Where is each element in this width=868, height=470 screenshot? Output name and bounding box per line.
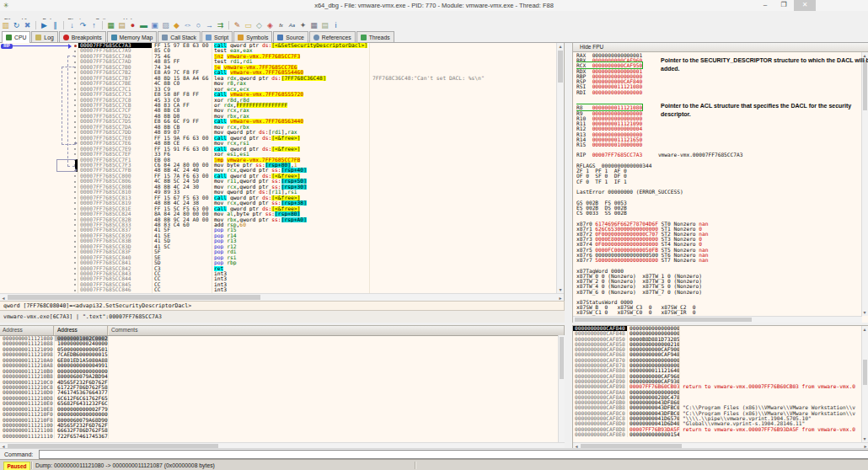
breakpoints-tab-icon (63, 35, 69, 40)
instruction-bullet-icon (74, 268, 76, 270)
execute-till-return-icon[interactable]: ↑ (88, 19, 99, 31)
bookmark-icon[interactable]: ◈ (265, 19, 276, 31)
toolbar-separator (228, 21, 229, 29)
threads-tab-icon (361, 35, 367, 40)
tab-log[interactable]: Log (31, 31, 57, 42)
dump-col-comments: Comments (108, 326, 565, 335)
tab-memory-map[interactable]: Memory Map (107, 31, 158, 42)
disasm-row[interactable]: 00007FF7685CC846CCint3 (0, 287, 556, 292)
instruction-bullet-icon (74, 230, 76, 232)
settings-icon[interactable]: ✦ (297, 19, 308, 31)
step-into-icon[interactable]: ↓ (67, 19, 78, 31)
instruction-bullet-icon (74, 246, 76, 248)
instruction-bullet-icon (74, 262, 76, 264)
register-line[interactable]: x87SW_C1 0 x87SW_C0 0 x87SW_IR 0 (576, 310, 860, 315)
tab-source[interactable]: Source (273, 31, 308, 42)
minimize-button[interactable]: – (757, 0, 774, 11)
function-icon[interactable]: fx (276, 19, 287, 31)
notes-icon[interactable]: ▤ (319, 19, 330, 31)
tab-breakpoints[interactable]: Breakpoints (59, 31, 106, 42)
about-icon[interactable]: i (330, 19, 341, 31)
dump-address: 0000000011121110 (0, 434, 54, 439)
references-icon[interactable]: → (204, 19, 215, 31)
log-window-icon[interactable]: ▤ (116, 19, 127, 31)
rip-arrowhead-icon (68, 44, 72, 49)
memory-map-window-icon[interactable]: ▬ (138, 19, 149, 31)
log-tab-icon (35, 35, 41, 40)
status-badge-paused: Paused (3, 462, 30, 470)
tab-label: CPU (14, 35, 26, 40)
cpu-window-icon[interactable]: ▦ (105, 19, 116, 31)
toolbar-separator (35, 21, 36, 29)
threads-icon[interactable]: ⇉ (215, 19, 226, 31)
stack-pane: 0000000000CAF840000000000000000000000000… (572, 325, 868, 448)
rip-marker: RIP (1, 44, 13, 49)
instruction-bullet-icon (74, 208, 76, 210)
source-tab-icon (277, 35, 283, 40)
step-over-icon[interactable]: ↷ (78, 19, 88, 31)
tab-cpu[interactable]: CPU (2, 31, 30, 43)
run-icon[interactable]: ▶ (39, 19, 50, 31)
tab-call-stack[interactable]: Call Stack (158, 31, 201, 42)
annotation-note-2: Pointer to the ACL structure that specif… (661, 102, 868, 118)
maximize-button[interactable]: ❐ (775, 0, 792, 11)
tab-label: Memory Map (120, 35, 153, 40)
instruction-bullet-icon (74, 186, 76, 188)
status-text: Dump: 0000000011121080 -> 00000000111210… (35, 460, 215, 470)
instruction-bullet-icon (74, 175, 76, 177)
title-bar: ✳ x64_dbg - File: vmware-vmx.exe - PID: … (0, 0, 868, 12)
dump-col-address: Address (0, 326, 54, 335)
call-stack-window-icon[interactable]: ▣ (149, 19, 160, 31)
patch-icon[interactable]: ✎ (232, 19, 243, 31)
calculator-icon[interactable]: ▦ (308, 19, 319, 31)
tab-label: Call Stack (170, 35, 196, 40)
hide-fpu-button[interactable]: Hide FPU (573, 43, 868, 52)
stack-vscrollbar[interactable]: ▴ ▾ (861, 326, 868, 442)
dump-value: 722F657461745367 (54, 434, 108, 439)
source-window-icon[interactable]: <> (182, 19, 193, 31)
breakpoints-window-icon[interactable]: ● (127, 19, 138, 31)
x64dbg-window: ✳ x64_dbg - File: vmware-vmx.exe - PID: … (0, 0, 868, 470)
tab-references[interactable]: References (309, 31, 356, 42)
label-icon[interactable]: ◇ (254, 19, 265, 31)
tab-threads[interactable]: Threads (356, 31, 394, 42)
jump-arrowhead-icon (75, 142, 78, 145)
tab-label: Threads (369, 35, 390, 40)
symbols-window-icon[interactable]: ◆ (171, 19, 182, 31)
window-title: x64_dbg - File: vmware-vmx.exe - PID: 77… (0, 0, 868, 11)
comment-icon[interactable]: ▭ (243, 19, 254, 31)
command-input[interactable] (39, 450, 868, 459)
disasm-hscrollbar[interactable]: ◂ ▸ (0, 293, 564, 301)
close-button[interactable]: ✕ (794, 0, 816, 11)
open-file-icon[interactable]: ▥ (0, 19, 11, 31)
menu-bar: FileViewDebugPluginsOptionsHelp (0, 11, 868, 19)
tab-label: Log (44, 35, 53, 40)
stack-comment (679, 432, 868, 437)
stack-row[interactable]: 0000000000CAF8E00000000000000154 (573, 432, 868, 437)
instruction-bullet-icon (74, 224, 76, 226)
text-size-icon[interactable]: Aa (287, 19, 297, 31)
search-icon[interactable]: ○ (193, 19, 204, 31)
tab-script[interactable]: Script (201, 31, 233, 42)
disasm-vscrollbar[interactable]: ▴ ▾ (556, 43, 564, 293)
tab-label: References (322, 35, 351, 40)
symbols-tab-icon (238, 35, 244, 40)
instruction-bullet-icon (74, 235, 76, 237)
memory-map-tab-icon (111, 35, 117, 40)
disasm-comment (369, 287, 556, 292)
script-window-icon[interactable]: ▨ (160, 19, 171, 31)
registers-hscrollbar[interactable] (573, 316, 862, 323)
tab-label: Source (286, 35, 304, 40)
dump-vscrollbar[interactable] (558, 335, 565, 442)
close-process-icon[interactable]: ✖ (22, 19, 33, 31)
tab-symbols[interactable]: Symbols (233, 31, 272, 42)
disasm-address: 00007FF7685CC846 (78, 287, 152, 292)
pause-icon[interactable]: ∥ (50, 19, 61, 31)
restart-icon[interactable]: ↻ (11, 19, 22, 31)
dump-row[interactable]: 0000000011121110722F657461745367 (0, 434, 565, 439)
registers-vscrollbar[interactable]: ▴ ▾ (861, 52, 868, 316)
instruction-bullet-icon (74, 284, 76, 286)
disassembly-pane: 00007FF7685CC7A3FF 15 97 E8 63 00call qw… (0, 43, 565, 301)
status-bar: Paused Dump: 0000000011121080 -> 0000000… (0, 459, 868, 470)
registers-pane: Hide FPU RAX 0000000000000001RBX 0000000… (572, 43, 868, 323)
